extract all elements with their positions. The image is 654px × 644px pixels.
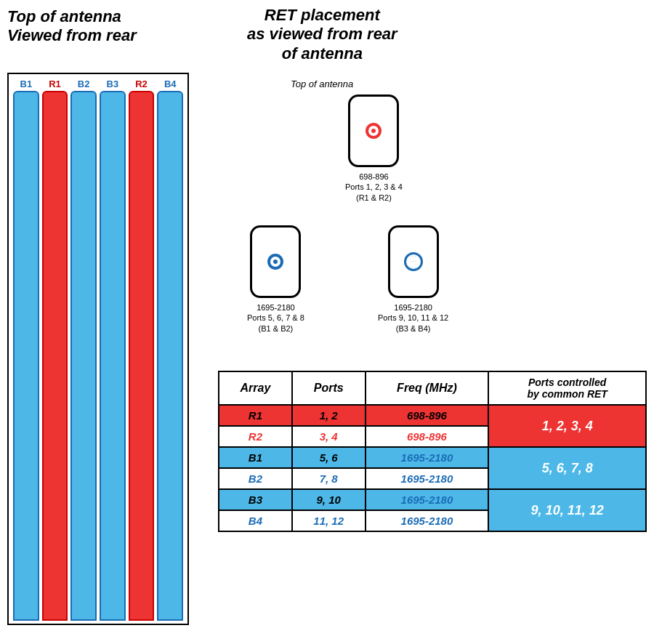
right-title: RET placement as viewed from rear of ant… — [247, 6, 397, 63]
bar-label-b3: B3 — [100, 77, 126, 91]
cell-ports-r2: 3, 4 — [292, 426, 366, 447]
cell-ports-r1: 1, 2 — [292, 405, 366, 426]
cell-ports-b4: 11, 12 — [292, 510, 366, 531]
cell-freq-b2: 1695-2180 — [366, 468, 489, 489]
antenna-diagram: B1R1B2B3R2B4 — [7, 73, 189, 625]
cell-array-r1: R1 — [219, 405, 292, 426]
connector-caption-mid-right: 1695-2180Ports 9, 10, 11 & 12(B3 & B4) — [378, 302, 448, 334]
data-table: Array Ports Freq (MHz) Ports controlledb… — [218, 371, 647, 532]
cell-common-ret-r1r2: 1, 2, 3, 4 — [488, 405, 646, 447]
cell-freq-b4: 1695-2180 — [366, 510, 489, 531]
cell-freq-r2: 698-896 — [366, 426, 489, 447]
bar-col-b3: B3 — [100, 77, 126, 621]
cell-freq-b1: 1695-2180 — [366, 447, 489, 468]
left-title: Top of antenna Viewed from rear — [7, 7, 137, 46]
cell-array-b1: B1 — [219, 447, 292, 468]
bar-col-r2: R2 — [129, 77, 155, 621]
cell-freq-r1: 698-896 — [366, 405, 489, 426]
col-header-array: Array — [219, 371, 292, 405]
connector-inner-blue-left — [267, 254, 283, 270]
cell-freq-b3: 1695-2180 — [366, 489, 489, 510]
connector-inner-blue-dots — [404, 252, 423, 271]
col-header-common-ret: Ports controlledby common RET — [488, 371, 646, 405]
bar-body-b1 — [13, 91, 39, 621]
cell-array-b2: B2 — [219, 468, 292, 489]
bar-col-b1: B1 — [13, 77, 39, 621]
bar-label-b1: B1 — [13, 77, 39, 91]
table-row-r1: R1 1, 2 698-896 1, 2, 3, 4 — [219, 405, 646, 426]
table-row-b3: B3 9, 10 1695-2180 9, 10, 11, 12 — [219, 489, 646, 510]
connector-box-top — [348, 94, 399, 167]
connector-mid-right: 1695-2180Ports 9, 10, 11 & 12(B3 & B4) — [378, 225, 448, 334]
table-row-b1: B1 5, 6 1695-2180 5, 6, 7, 8 — [219, 447, 646, 468]
bar-col-r1: R1 — [42, 77, 68, 621]
bar-label-b4: B4 — [157, 77, 183, 91]
right-panel: RET placement as viewed from rear of ant… — [203, 0, 654, 644]
bar-body-b2 — [70, 91, 97, 621]
bar-body-r1 — [42, 91, 68, 621]
cell-array-b3: B3 — [219, 489, 292, 510]
connector-top: 698-896Ports 1, 2, 3 & 4(R1 & R2) — [345, 94, 403, 203]
bar-label-r1: R1 — [42, 77, 68, 91]
cell-ports-b3: 9, 10 — [292, 489, 366, 510]
col-header-freq: Freq (MHz) — [366, 371, 489, 405]
col-header-ports: Ports — [292, 371, 366, 405]
antenna-bar-container: B1R1B2B3R2B4 — [7, 73, 189, 625]
cell-common-ret-b1b2: 5, 6, 7, 8 — [488, 447, 646, 489]
bar-col-b4: B4 — [157, 77, 183, 621]
left-panel: Top of antenna Viewed from rear B1R1B2B3… — [0, 0, 203, 644]
bar-col-b2: B2 — [70, 77, 97, 621]
bar-body-r2 — [129, 91, 155, 621]
connector-box-mid-left — [250, 225, 301, 298]
cell-ports-b1: 5, 6 — [292, 447, 366, 468]
cell-ports-b2: 7, 8 — [292, 468, 366, 489]
connector-box-mid-right — [388, 225, 439, 298]
connector-caption-top: 698-896Ports 1, 2, 3 & 4(R1 & R2) — [345, 172, 403, 203]
cell-common-ret-b3b4: 9, 10, 11, 12 — [488, 489, 646, 531]
cell-array-r2: R2 — [219, 426, 292, 447]
cell-array-b4: B4 — [219, 510, 292, 531]
connector-caption-mid-left: 1695-2180Ports 5, 6, 7 & 8(B1 & B2) — [247, 302, 304, 334]
bar-body-b4 — [157, 91, 183, 621]
bar-label-r2: R2 — [129, 77, 155, 91]
connector-inner-red — [366, 123, 382, 139]
bar-body-b3 — [100, 91, 126, 621]
bar-label-b2: B2 — [70, 77, 97, 91]
top-of-antenna-label: Top of antenna — [291, 79, 353, 89]
connector-mid-left: 1695-2180Ports 5, 6, 7 & 8(B1 & B2) — [247, 225, 304, 334]
